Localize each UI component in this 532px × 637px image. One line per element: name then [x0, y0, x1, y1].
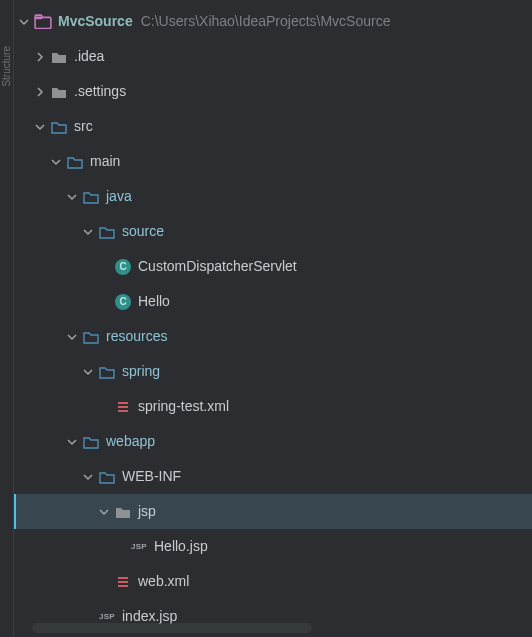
tree-row-hello[interactable]: CHello — [14, 284, 532, 319]
tool-window-gutter: Structure — [0, 0, 14, 637]
folder-icon — [50, 83, 68, 101]
tree-item-label: .settings — [74, 74, 126, 109]
tree-item-label: Hello — [138, 284, 170, 319]
folder-icon — [66, 153, 84, 171]
tree-row-idea[interactable]: .idea — [14, 39, 532, 74]
jsp-file-icon: JSP — [130, 538, 148, 556]
tree-row-hellojsp[interactable]: JSPHello.jsp — [14, 529, 532, 564]
chevron-down-icon[interactable] — [34, 121, 46, 133]
tree-item-label: resources — [106, 319, 167, 354]
xml-file-icon — [114, 573, 132, 591]
chevron-none — [98, 576, 110, 588]
tree-item-label: src — [74, 109, 93, 144]
folder-icon — [114, 503, 132, 521]
folder-icon — [98, 363, 116, 381]
tree-item-label: spring — [122, 354, 160, 389]
tree-row-cds[interactable]: CCustomDispatcherServlet — [14, 249, 532, 284]
tree-item-label: java — [106, 179, 132, 214]
tree-row-main[interactable]: main — [14, 144, 532, 179]
tree-row-webxml[interactable]: web.xml — [14, 564, 532, 599]
tree-item-label: web.xml — [138, 564, 189, 599]
chevron-down-icon[interactable] — [66, 331, 78, 343]
folder-icon — [50, 48, 68, 66]
tree-item-label: webapp — [106, 424, 155, 459]
class-icon: C — [114, 258, 132, 276]
chevron-down-icon[interactable] — [98, 506, 110, 518]
tree-row-jsp[interactable]: jsp — [14, 494, 532, 529]
tree-row-settings[interactable]: .settings — [14, 74, 532, 109]
tree-row-src[interactable]: src — [14, 109, 532, 144]
folder-icon — [82, 188, 100, 206]
tree-row-springtest[interactable]: spring-test.xml — [14, 389, 532, 424]
chevron-right-icon[interactable] — [34, 86, 46, 98]
tree-row-webapp[interactable]: webapp — [14, 424, 532, 459]
tree-row-resources[interactable]: resources — [14, 319, 532, 354]
project-name: MvcSource — [58, 4, 133, 39]
chevron-down-icon[interactable] — [82, 471, 94, 483]
tree-item-label: Hello.jsp — [154, 529, 208, 564]
tree-item-label: main — [90, 144, 120, 179]
tree-row-source[interactable]: source — [14, 214, 532, 249]
folder-icon — [82, 433, 100, 451]
chevron-down-icon[interactable] — [82, 366, 94, 378]
chevron-none — [114, 541, 126, 553]
chevron-down-icon[interactable] — [66, 191, 78, 203]
chevron-none — [82, 611, 94, 623]
tree-item-label: WEB-INF — [122, 459, 181, 494]
tree-item-label: source — [122, 214, 164, 249]
xml-file-icon — [114, 398, 132, 416]
tree-row-java[interactable]: java — [14, 179, 532, 214]
chevron-down-icon[interactable] — [66, 436, 78, 448]
folder-icon — [98, 468, 116, 486]
tree-item-label: jsp — [138, 494, 156, 529]
tree-row-webinf[interactable]: WEB-INF — [14, 459, 532, 494]
folder-icon — [50, 118, 68, 136]
chevron-none — [98, 401, 110, 413]
project-path: C:\Users\Xihao\IdeaProjects\MvcSource — [141, 4, 391, 39]
tree-row-spring[interactable]: spring — [14, 354, 532, 389]
folder-icon — [98, 223, 116, 241]
tree-item-label: spring-test.xml — [138, 389, 229, 424]
horizontal-scrollbar[interactable] — [32, 623, 312, 633]
chevron-down-icon[interactable] — [82, 226, 94, 238]
class-icon: C — [114, 293, 132, 311]
chevron-down-icon[interactable] — [50, 156, 62, 168]
chevron-down-icon[interactable] — [18, 16, 30, 28]
tree-item-label: .idea — [74, 39, 104, 74]
folder-icon — [82, 328, 100, 346]
structure-tab-label[interactable]: Structure — [1, 46, 12, 87]
tree-item-label: CustomDispatcherServlet — [138, 249, 297, 284]
chevron-none — [98, 261, 110, 273]
tree-root-row[interactable]: MvcSource C:\Users\Xihao\IdeaProjects\Mv… — [14, 4, 532, 39]
project-tree: MvcSource C:\Users\Xihao\IdeaProjects\Mv… — [14, 0, 532, 637]
chevron-right-icon[interactable] — [34, 51, 46, 63]
chevron-none — [98, 296, 110, 308]
module-icon — [34, 13, 52, 31]
